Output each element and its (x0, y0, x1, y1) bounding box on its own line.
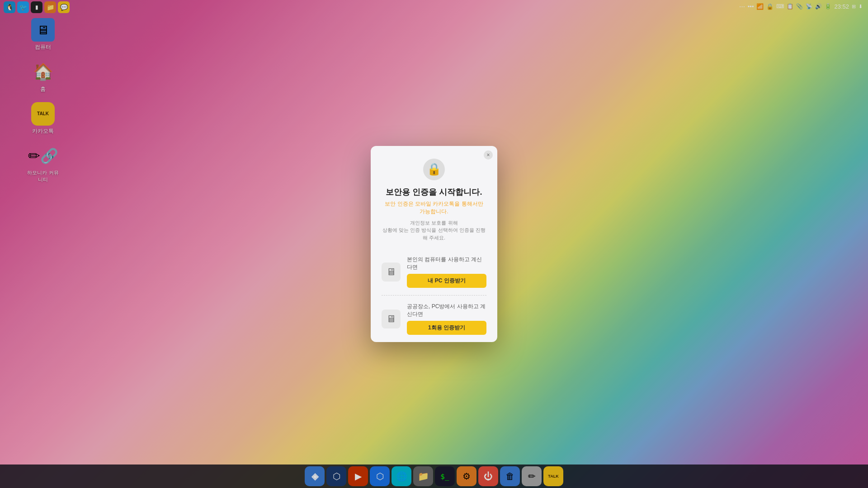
onetime-icon: 🖥 (382, 310, 401, 328)
dialog-close-button[interactable]: × (484, 150, 493, 160)
section-onetime-row: 🖥 공공장소, PC방에서 사용하고 계신다면 1회용 인증받기 (382, 303, 486, 335)
my-pc-desc: 본인의 컴퓨터를 사용하고 계신다면 (407, 256, 486, 271)
onetime-auth-button[interactable]: 1회용 인증받기 (407, 321, 486, 335)
desktop: 🐧 🐦 ▮ 📁 💬 ⋯ ••• 📶 🔒 ⌨ 📋 📎 📡 🔊 🔋 23:52 (0, 0, 868, 488)
onetime-desc: 공공장소, PC방에서 사용하고 계신다면 (407, 303, 486, 318)
my-pc-icon: 🖥 (382, 263, 401, 282)
security-dialog: × 🔒 보안용 인증을 시작합니다. 보안 인증은 모바일 카카오톡을 통해서만… (371, 146, 497, 343)
dialog-section-onetime: 🖥 공공장소, PC방에서 사용하고 계신다면 1회용 인증받기 (371, 296, 497, 342)
lock-icon: 🔒 (423, 159, 445, 180)
close-icon: × (486, 152, 490, 158)
dialog-overlay: × 🔒 보안용 인증을 시작합니다. 보안 인증은 모바일 카카오톡을 통해서만… (0, 0, 868, 488)
my-pc-content: 본인의 컴퓨터를 사용하고 계신다면 내 PC 인증받기 (407, 256, 486, 288)
dialog-desc: 개인정보 보호를 위해 상황에 맞는 인증 방식을 선택하여 인증을 진행해 주… (382, 219, 486, 242)
dialog-subtitle: 보안 인증은 모바일 카카오톡을 통해서만 가능합니다. (382, 200, 486, 216)
dialog-header: 🔒 보안용 인증을 시작합니다. 보안 인증은 모바일 카카오톡을 통해서만 가… (371, 146, 497, 249)
onetime-content: 공공장소, PC방에서 사용하고 계신다면 1회용 인증받기 (407, 303, 486, 335)
dialog-title: 보안용 인증을 시작합니다. (386, 187, 482, 197)
section-my-pc-row: 🖥 본인의 컴퓨터를 사용하고 계신다면 내 PC 인증받기 (382, 256, 486, 288)
dialog-section-my-pc: 🖥 본인의 컴퓨터를 사용하고 계신다면 내 PC 인증받기 (371, 249, 497, 295)
my-pc-auth-button[interactable]: 내 PC 인증받기 (407, 274, 486, 288)
